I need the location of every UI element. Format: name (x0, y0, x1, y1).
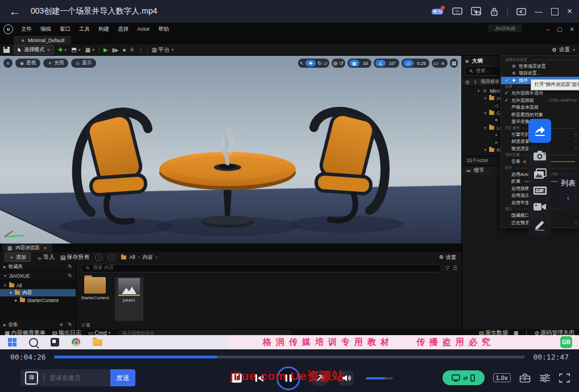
perspective-button[interactable]: ◉透视 (15, 59, 40, 68)
play-in-editor-button[interactable]: ▶ (104, 47, 108, 53)
play-options-button[interactable]: ⋮ (138, 47, 143, 53)
save-all-button[interactable]: ▤保存所有 (60, 253, 89, 261)
search-icon[interactable]: 🔍︎ (68, 264, 72, 269)
ue-minimize-button[interactable]: – (547, 26, 550, 32)
breadcrumb-current[interactable]: 内容 (142, 254, 152, 261)
menu-actor[interactable]: Actor (137, 26, 150, 33)
annotate-pencil-icon[interactable] (533, 219, 546, 230)
close-button[interactable]: × (567, 6, 572, 16)
view-options-icon[interactable]: ☰ (453, 265, 457, 271)
viewport-options-icon[interactable]: ≡ (3, 59, 13, 68)
add-actor-button[interactable]: ✚▼ (58, 47, 67, 53)
maximize-button[interactable] (551, 8, 559, 15)
select-mode-dropdown[interactable]: 选择模式 ▼ (14, 45, 54, 55)
toolbox-button[interactable] (519, 373, 531, 383)
visibility-column-icon[interactable]: ◎ (465, 79, 469, 85)
screenshot-camera-icon[interactable] (533, 150, 547, 161)
grid-snap-control[interactable]: ▦ 10 (348, 59, 371, 68)
seek-bar[interactable] (54, 356, 526, 358)
content-search-input[interactable]: 🔍︎ 搜索 内容 (81, 264, 442, 273)
danmaku-toggle-icon[interactable]: 弹 (25, 372, 38, 385)
add-button[interactable]: ＋添加 (5, 253, 31, 262)
select-tool-icon[interactable]: ↖ (300, 60, 304, 66)
scale-tool-icon[interactable]: ▱ (324, 60, 328, 66)
gamepad-icon[interactable] (431, 7, 444, 16)
share-button[interactable] (528, 119, 551, 143)
menu-item-project-settings[interactable]: ⚙项目设置.... (501, 70, 579, 77)
surface-snap-icon[interactable]: ↺ (340, 60, 344, 66)
lock-icon[interactable] (490, 7, 499, 16)
taskbar-search-icon[interactable] (29, 338, 38, 347)
menu-file[interactable]: 文件 (21, 26, 32, 33)
forward-nav-button[interactable]: › (108, 254, 115, 261)
settings-sliders-button[interactable] (539, 373, 551, 383)
add-collection-icon[interactable]: ⊕ (59, 322, 63, 327)
settings-dropdown-button[interactable]: ⚙ 设置 ▼ (552, 46, 576, 53)
image-capture-icon[interactable] (533, 168, 547, 179)
asset-tile-folder[interactable]: StarterContent (82, 277, 108, 321)
send-button[interactable]: 发送 (110, 369, 135, 386)
menu-tools[interactable]: 工具 (79, 26, 90, 33)
playback-speed-button[interactable]: 1.0x (493, 373, 511, 382)
menu-build[interactable]: 构建 (98, 26, 109, 33)
taskbar-app-icon[interactable] (51, 338, 59, 346)
show-button[interactable]: ◎显示 (71, 59, 96, 68)
move-tool-icon[interactable]: ✚ (305, 60, 316, 67)
rotation-snap-control[interactable]: ∠ 10° (374, 59, 399, 68)
danmaku-input[interactable]: 弹 | 登录后发言 (20, 369, 110, 386)
collections-section[interactable]: ▶合集⊕🔍︎ (0, 320, 76, 329)
menu-window[interactable]: 窗口 (60, 26, 71, 33)
tv-cast-icon[interactable]: TV (452, 7, 462, 16)
blueprints-button[interactable]: ⬒▼ (71, 47, 81, 53)
eject-button[interactable]: ≜ (130, 47, 134, 53)
device-switch-button[interactable]: ⇄ (442, 370, 485, 385)
filter-icon[interactable]: ▽ (445, 265, 449, 271)
close-tab-icon[interactable]: ✕ (43, 245, 47, 251)
cinematics-button[interactable]: ▦▼ (85, 47, 95, 53)
world-space-icon[interactable]: ◍ (333, 60, 338, 66)
scale-snap-control[interactable]: ▱ 0.25 (402, 59, 429, 68)
menu-edit[interactable]: 编辑 (40, 26, 51, 33)
ue-restore-button[interactable]: ▢ (557, 26, 562, 32)
windows-start-icon[interactable] (8, 338, 16, 346)
dock-side-icon[interactable] (516, 7, 526, 16)
maximize-viewport-icon[interactable]: ▦ (452, 60, 457, 66)
platforms-dropdown[interactable]: ▥平台▼ (152, 46, 174, 54)
menu-select[interactable]: 选择 (118, 26, 129, 33)
tree-row-all[interactable]: ▼All (0, 282, 76, 289)
content-browser-tab[interactable]: ▤ 内容浏览器 ✕ (2, 244, 52, 252)
video-record-icon[interactable] (533, 202, 547, 212)
menu-item-allow-translucent[interactable]: ✓允许选择半透明 (501, 90, 579, 97)
menu-item-world-settings[interactable]: ◍世界场景设置 (501, 63, 579, 70)
rotate-tool-icon[interactable]: ↻ (317, 60, 322, 66)
file-explorer-icon[interactable] (93, 339, 102, 346)
mini-window-icon[interactable] (471, 7, 481, 16)
project-section[interactable]: ▼JIAOXUE🔍︎ (0, 271, 76, 280)
search-icon[interactable]: 🔍︎ (68, 273, 72, 278)
chrome-icon[interactable] (72, 338, 80, 346)
back-button[interactable]: ← (9, 5, 20, 18)
menu-item-allow-group[interactable]: ✓允许选择组CTRL+SHIFT+G (501, 97, 579, 104)
ue-close-button[interactable]: ✕ (570, 26, 574, 32)
level-viewport[interactable]: ≡ ◉透视 ☀光照 ◎显示 ↖ ✚ ↻ ▱ ◍ ↺ (0, 56, 461, 244)
breadcrumb-root[interactable]: All (129, 254, 135, 260)
stop-pie-button[interactable]: ■ (123, 47, 126, 53)
menu-item-box-occluded[interactable]: 框选遮挡的对象 (501, 111, 579, 118)
import-button[interactable]: ⭟导入 (36, 253, 55, 261)
asset-tile-selected[interactable]: juese1 (115, 277, 143, 321)
save-icon[interactable] (3, 47, 10, 53)
outliner-menu-icon[interactable]: ≡ (465, 58, 469, 64)
lit-button[interactable]: ☀光照 (43, 59, 68, 68)
tree-row-startercontent[interactable]: ▶StarterContent (0, 296, 76, 304)
minimize-button[interactable]: — (535, 7, 543, 16)
fullscreen-button[interactable] (559, 373, 570, 383)
playlist-side-tab[interactable]: 列表 ‹ (557, 171, 579, 209)
favorites-section[interactable]: ▶收藏夹🔍︎ (0, 262, 76, 271)
camera-speed-control[interactable]: ▭ 4 (432, 59, 448, 68)
pin-column-icon[interactable]: ⇂ (473, 79, 477, 85)
menu-item-strict-box[interactable]: 严格盒体选择 (501, 104, 579, 112)
tree-row-content-selected[interactable]: ▼内容 (0, 289, 76, 296)
gif-capture-icon[interactable]: GIF (533, 187, 547, 195)
menu-help[interactable]: 帮助 (158, 26, 169, 33)
skip-frame-button[interactable]: ▮▶ (112, 47, 119, 53)
